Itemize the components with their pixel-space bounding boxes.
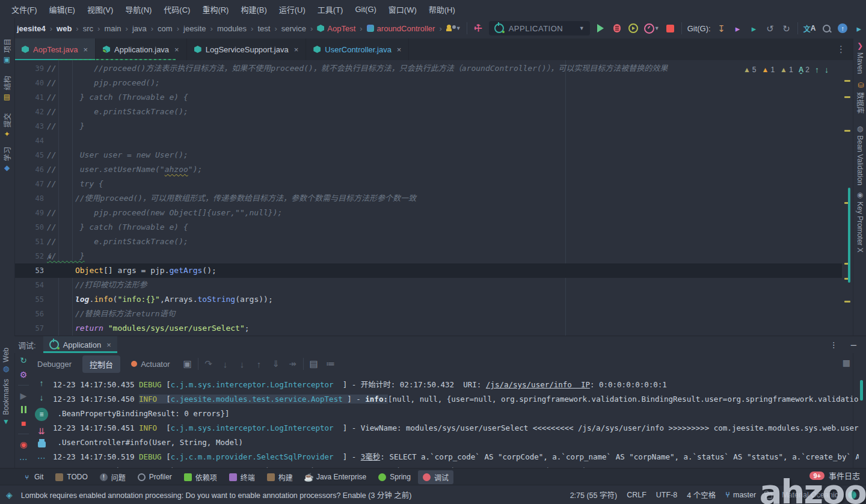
git-commit-icon[interactable]: ▸ xyxy=(749,22,760,35)
git-update-icon[interactable]: ↧ xyxy=(716,22,727,35)
debug-button[interactable] xyxy=(612,22,622,35)
tool-window-button-TODO[interactable]: TODO xyxy=(51,471,92,483)
file-encoding[interactable]: UTF-8 xyxy=(656,491,677,499)
breadcrumb-item[interactable]: com xyxy=(158,24,173,33)
menu-item[interactable]: 视图(V) xyxy=(82,2,118,17)
tool-window-button-Java Enterprise[interactable]: ☕Java Enterprise xyxy=(300,471,371,483)
menu-item[interactable]: 运行(U) xyxy=(274,2,311,17)
soft-wrap-icon[interactable]: ≡ xyxy=(35,408,48,421)
line-separator[interactable]: CRLF xyxy=(627,491,646,499)
search-everywhere-icon[interactable] xyxy=(821,22,832,35)
close-icon[interactable]: × xyxy=(397,45,402,54)
run-to-cursor-icon[interactable]: ⇓ xyxy=(269,358,283,369)
scroll-to-end-icon[interactable]: ⇊ xyxy=(38,427,45,435)
tab-console[interactable]: 控制台 xyxy=(82,355,120,373)
menu-item[interactable]: 构建(B) xyxy=(235,2,272,17)
restore-layout-icon[interactable]: ▣ xyxy=(181,358,194,369)
view-breakpoints-icon[interactable]: ◉ xyxy=(20,440,27,449)
history-icon[interactable]: ↺ xyxy=(765,22,776,35)
editor-tab[interactable]: UserController.java× xyxy=(306,38,409,60)
code-with-me-icon[interactable]: ▼ xyxy=(446,22,461,35)
stripe-warning-mark[interactable] xyxy=(844,96,850,98)
tool-window-button-Spring[interactable]: Spring xyxy=(373,471,416,483)
run-button[interactable] xyxy=(595,22,606,35)
tool-window-button-构建[interactable]: 构建 xyxy=(262,470,298,484)
breadcrumb-item[interactable]: src xyxy=(83,24,93,33)
close-icon[interactable]: × xyxy=(294,45,299,54)
menu-item[interactable]: 重构(R) xyxy=(197,2,234,17)
editor-tab[interactable]: Application.java× xyxy=(96,38,187,60)
console-settings-icon[interactable]: ▦ xyxy=(843,358,850,367)
breadcrumb-item[interactable]: java xyxy=(132,24,147,33)
tool-window-button-Git[interactable]: ⑂Git xyxy=(18,471,48,483)
debug-console[interactable]: 12-23 14:17:50.435 DEBUG [c.j.m.sys.inte… xyxy=(53,375,859,468)
rerun-icon[interactable]: ↻ xyxy=(20,356,27,364)
run-configuration-select[interactable]: APPLICATION ▼ xyxy=(489,21,590,35)
tool-window-button-问题[interactable]: !问题 xyxy=(95,470,131,484)
git-push-icon[interactable]: ▸ xyxy=(732,22,743,35)
tool-window-button-Bookmarks[interactable]: Bookmarks▼ xyxy=(2,379,10,425)
breadcrumb-item[interactable]: jeesite xyxy=(183,24,206,33)
close-icon[interactable]: × xyxy=(174,45,179,54)
more-actions-icon[interactable]: ⋯ xyxy=(37,453,46,462)
tool-window-button-终端[interactable]: 终端 xyxy=(224,470,260,484)
down-stack-icon[interactable]: ↓ xyxy=(40,393,44,402)
step-into-icon[interactable]: ↓ xyxy=(219,359,232,369)
menu-item[interactable]: 编辑(E) xyxy=(44,2,81,17)
tool-window-button-学习[interactable]: 学习◆ xyxy=(2,147,12,171)
skip-icon[interactable]: ↠ xyxy=(286,358,299,369)
menu-item[interactable]: 文件(F) xyxy=(6,2,43,17)
force-step-into-icon[interactable]: ↓ xyxy=(236,359,249,369)
rollback-icon[interactable]: ↻ xyxy=(781,22,792,35)
status-message[interactable]: Lombok requires enabled annotation proce… xyxy=(21,489,412,500)
build-hammer-icon[interactable]: ⚒ xyxy=(470,20,487,37)
tool-window-button-依赖项[interactable]: 依赖项 xyxy=(179,470,222,484)
stop-icon[interactable]: ■ xyxy=(21,419,26,428)
menu-item[interactable]: 帮助(H) xyxy=(423,2,461,17)
panel-options-icon[interactable]: ⋮ xyxy=(830,340,838,349)
more-actions-icon[interactable]: ⋯ xyxy=(19,455,28,463)
debug-session-tab[interactable]: Application × xyxy=(43,336,117,353)
resume-icon[interactable]: ▶ xyxy=(20,392,27,400)
tool-window-button-数据库[interactable]: ⛁数据库 xyxy=(856,82,866,114)
tool-window-button-提交[interactable]: 提交✦ xyxy=(2,113,12,138)
breadcrumb-item[interactable]: AopTest xyxy=(317,24,355,33)
tool-window-button-Web[interactable]: Web◍ xyxy=(2,348,10,372)
code-editor[interactable]: 39// //proceed()方法表示执行目标方法，如果不使用proceed(… xyxy=(14,60,853,336)
menu-item[interactable]: 导航(N) xyxy=(120,2,157,17)
menu-item[interactable]: 代码(C) xyxy=(158,2,195,17)
tool-window-button-Maven[interactable]: ❯Maven xyxy=(856,42,864,74)
up-stack-icon[interactable]: ↑ xyxy=(40,379,44,387)
scrollbar-thumb[interactable] xyxy=(848,188,850,283)
stripe-warning-mark[interactable] xyxy=(844,130,850,132)
caret-position[interactable]: 2:75 (55 字符) xyxy=(570,489,618,500)
coverage-button[interactable] xyxy=(628,22,639,35)
settings-gear-icon[interactable]: ⚙ xyxy=(20,370,28,379)
inspections-widget[interactable]: ▲5 ▲1 ▲1 A̬2 ↑ ↓ xyxy=(743,65,829,75)
stripe-warning-mark[interactable] xyxy=(844,301,850,303)
tool-window-button-结构[interactable]: 结构▤ xyxy=(2,76,12,100)
breadcrumb-item[interactable]: main xyxy=(104,24,121,33)
indent-size[interactable]: 4 个空格 xyxy=(687,489,716,500)
menu-item[interactable]: 窗口(W) xyxy=(383,2,422,17)
breadcrumb-item[interactable]: aroundController xyxy=(367,24,435,33)
tab-debugger[interactable]: Debugger xyxy=(30,357,79,372)
breadcrumb-item[interactable]: test xyxy=(257,24,270,33)
step-out-icon[interactable]: ↑ xyxy=(253,359,266,369)
git-branch-widget[interactable]: ⑂master xyxy=(725,490,756,499)
layout-settings-icon[interactable]: ≔ xyxy=(324,358,337,369)
tool-window-button-Profiler[interactable]: Profiler xyxy=(133,471,177,483)
tool-window-button-Bean Validation[interactable]: ◍Bean Validation xyxy=(856,125,864,185)
editor-tab[interactable]: LogServiceSupport.java× xyxy=(187,38,307,60)
profiler-button[interactable]: ▼ xyxy=(644,22,660,35)
minimize-panel-icon[interactable]: ─ xyxy=(851,340,856,349)
console-link[interactable]: 3毫秒 xyxy=(361,452,381,461)
prev-problem-icon[interactable]: ↑ xyxy=(815,65,819,75)
tool-window-button-调试[interactable]: 调试 xyxy=(418,470,453,484)
print-icon[interactable] xyxy=(38,441,46,447)
tool-window-button-Key Promoter X[interactable]: ◉Key Promoter X xyxy=(856,191,864,253)
menu-item[interactable]: 工具(T) xyxy=(312,2,349,17)
menu-item[interactable]: Git(G) xyxy=(349,3,381,16)
stop-button[interactable] xyxy=(665,22,676,35)
pause-icon[interactable] xyxy=(21,406,26,413)
